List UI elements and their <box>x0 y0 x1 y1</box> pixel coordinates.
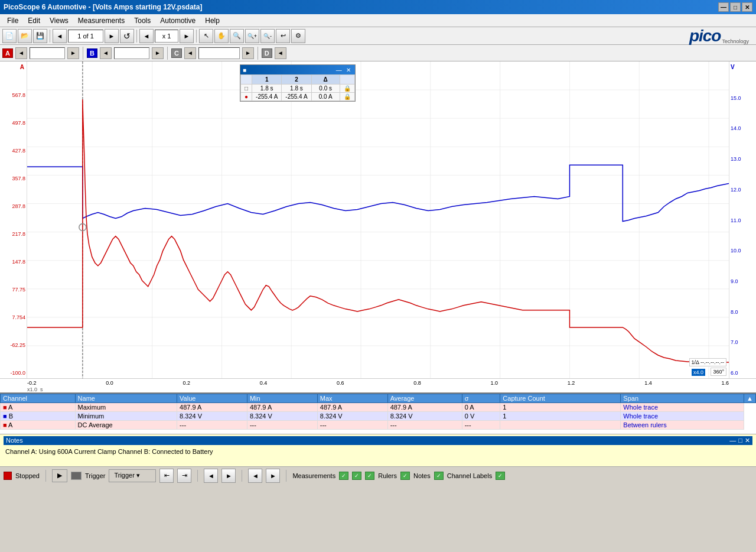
minimize-button[interactable]: — <box>718 2 729 12</box>
toolbar-next-cap[interactable]: ► <box>105 29 119 43</box>
y-label-a: A <box>0 64 25 70</box>
ch-c-right[interactable]: ► <box>242 47 254 59</box>
trigger-arrows-right[interactable]: ⇥ <box>177 469 191 483</box>
toolbar-prev-cap[interactable]: ◄ <box>53 29 67 43</box>
notes-controls: — □ ✕ <box>729 437 750 444</box>
close-button[interactable]: ✕ <box>742 2 752 12</box>
data-table: Channel Name Value Min Max Average σ Cap… <box>0 392 756 434</box>
trigger-arrows-left[interactable]: ⇤ <box>159 469 174 483</box>
th-sigma: σ <box>462 394 500 403</box>
chart-svg <box>27 61 729 378</box>
th-expand[interactable]: ▲ <box>744 394 756 403</box>
y-right-label: V <box>731 64 755 70</box>
th-max: Max <box>317 394 387 403</box>
menu-views[interactable]: Views <box>45 15 73 26</box>
y-axis-right: V 15.0 14.0 13.0 12.0 11.0 10.0 9.0 8.0 … <box>729 61 756 378</box>
row2-average: 8.324 V <box>387 412 462 421</box>
toolbar-zoom-out[interactable]: 🔍- <box>260 29 275 43</box>
menu-file[interactable]: File <box>2 15 23 26</box>
y-val-7: 147.8 <box>0 259 25 265</box>
ch-labels-green[interactable]: ✓ <box>496 472 505 480</box>
toolbar-next-zoom[interactable]: ► <box>180 29 194 43</box>
rulers-green[interactable]: ✓ <box>400 472 410 480</box>
x-val-1: -0.2 <box>27 380 37 386</box>
notes-green[interactable]: ✓ <box>434 472 444 480</box>
y-val-5: 287.8 <box>0 203 25 209</box>
toolbar-open[interactable]: 📂 <box>18 29 32 43</box>
zoom-input[interactable] <box>155 30 178 43</box>
toolbar-sep2 <box>136 30 137 43</box>
row1-average: 487.9 A <box>387 403 462 412</box>
nav-right[interactable]: ► <box>221 469 236 483</box>
toolbar-undo-zoom[interactable]: ↩ <box>276 29 290 43</box>
chart-canvas[interactable]: ■ — ✕ 1 2 Δ □ 1.8 <box>27 61 729 378</box>
x-val-10: 1.6 <box>721 380 729 386</box>
menu-help[interactable]: Help <box>200 15 224 26</box>
th-min: Min <box>247 394 317 403</box>
play-button[interactable]: ▶ <box>52 469 67 482</box>
stop-button[interactable] <box>71 472 82 480</box>
th-span: Span <box>621 394 744 403</box>
menu-automotive[interactable]: Automotive <box>155 15 200 26</box>
menu-tools[interactable]: Tools <box>129 15 155 26</box>
row3-name: DC Average <box>75 421 177 430</box>
th-channel: Channel <box>1 394 76 403</box>
toolbar-options[interactable]: ⚙ <box>291 29 305 43</box>
nav-right2[interactable]: ► <box>266 469 280 483</box>
ch-b-left[interactable]: ◄ <box>100 47 112 59</box>
toolbar-pan[interactable]: ✋ <box>214 29 229 43</box>
title-bar-controls: — □ ✕ <box>718 2 752 12</box>
notes-expand[interactable]: □ <box>738 437 742 444</box>
toolbar-refresh[interactable]: ↺ <box>120 29 134 43</box>
ch-c-left[interactable]: ◄ <box>184 47 196 59</box>
degrees-info: 360° <box>711 368 726 376</box>
menu-measurements[interactable]: Measurements <box>73 15 129 26</box>
measurements-green3[interactable]: ✓ <box>365 472 374 480</box>
measure-popup-minimize[interactable]: — <box>335 66 343 74</box>
zoom-info: x4.0 <box>692 369 705 376</box>
col-lock-head <box>340 75 354 85</box>
toolbar-zoom-window[interactable]: 🔍+ <box>245 29 259 43</box>
ch-a-right[interactable]: ► <box>67 47 79 59</box>
toolbar-prev-zoom[interactable]: ◄ <box>139 29 154 43</box>
notes-close[interactable]: ✕ <box>745 437 750 444</box>
x-val-4: 0.4 <box>260 380 268 386</box>
ch-a-left[interactable]: ◄ <box>15 47 27 59</box>
measurements-green[interactable]: ✓ <box>339 472 348 480</box>
th-name: Name <box>75 394 177 403</box>
row2-sigma: 0 V <box>462 412 500 421</box>
notes-minimize[interactable]: — <box>729 437 736 444</box>
ch-c-input[interactable] <box>198 47 240 59</box>
row3-average: --- <box>387 421 462 430</box>
row2-name: Minimum <box>75 412 177 421</box>
y-right-val-8: 8.0 <box>731 309 755 315</box>
th-average: Average <box>387 394 462 403</box>
notes-title-bar: Notes — □ ✕ <box>4 436 752 445</box>
col-1: 1 <box>252 75 282 85</box>
y-val-11: -100.0 <box>0 370 25 376</box>
y-val-8: 77.75 <box>0 287 25 293</box>
col-2: 2 <box>282 75 311 85</box>
ch-b-right[interactable]: ► <box>152 47 164 59</box>
menu-edit[interactable]: Edit <box>23 15 45 26</box>
page-input[interactable] <box>68 30 103 43</box>
y-right-val-5: 11.0 <box>731 217 755 223</box>
toolbar-save[interactable]: 💾 <box>33 29 47 43</box>
trigger-select[interactable]: Trigger ▾ <box>109 469 156 482</box>
measurements-green2[interactable]: ✓ <box>352 472 361 480</box>
measure-popup-close[interactable]: ✕ <box>344 66 353 74</box>
nav-left[interactable]: ◄ <box>204 469 218 483</box>
y-val-2: 497.8 <box>0 120 25 126</box>
ch-b-input[interactable] <box>114 47 149 59</box>
toolbar-zoom-in[interactable]: 🔍 <box>230 29 244 43</box>
ch-a-input[interactable] <box>30 47 65 59</box>
ch-d-btn[interactable]: ◄ <box>275 47 286 59</box>
row2-max: 8.324 V <box>317 412 387 421</box>
measurements-label: Measurements <box>292 472 335 479</box>
toolbar-cursor[interactable]: ↖ <box>199 29 213 43</box>
nav-left2[interactable]: ◄ <box>248 469 262 483</box>
row3-sigma: --- <box>462 421 500 430</box>
row1-span: Whole trace <box>621 403 744 412</box>
toolbar-new[interactable]: 📄 <box>2 29 17 43</box>
maximize-button[interactable]: □ <box>730 2 741 12</box>
